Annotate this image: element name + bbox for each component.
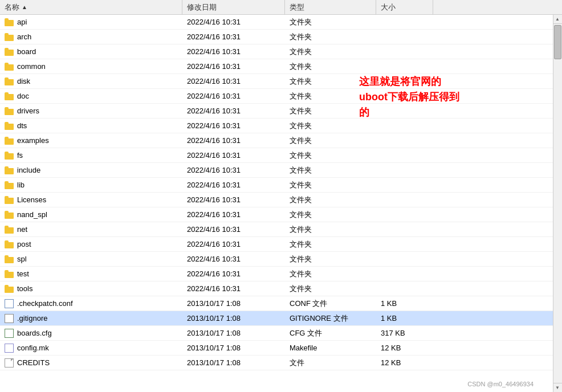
file-size-cell [376, 237, 433, 251]
table-row[interactable]: net2022/4/16 10:31文件夹 [0, 222, 562, 237]
file-size-cell [376, 15, 433, 29]
file-size-cell [376, 89, 433, 103]
table-row[interactable]: Licenses2022/4/16 10:31文件夹 [0, 193, 562, 207]
table-row[interactable]: board2022/4/16 10:31文件夹 [0, 44, 562, 59]
file-date-cell: 2022/4/16 10:31 [182, 193, 285, 207]
file-name-cell: .checkpatch.conf [0, 296, 182, 311]
header-type[interactable]: 类型 [285, 0, 376, 14]
table-row[interactable]: test2022/4/16 10:31文件夹 [0, 267, 562, 281]
table-row[interactable]: disk2022/4/16 10:31文件夹 [0, 74, 562, 89]
file-type-cell: 文件夹 [285, 193, 376, 207]
table-row[interactable]: doc2022/4/16 10:31文件夹 [0, 89, 562, 104]
file-type-cell: 文件夹 [285, 15, 376, 29]
file-date-cell: 2022/4/16 10:31 [182, 207, 285, 222]
table-row[interactable]: lib2022/4/16 10:31文件夹 [0, 178, 562, 193]
folder-icon [5, 63, 14, 71]
file-name-text: nand_spl [17, 210, 47, 219]
file-size-cell [376, 104, 433, 118]
file-size-cell: 1 KB [376, 311, 433, 325]
file-name-cell: nand_spl [0, 207, 182, 222]
file-size-cell: 317 KB [376, 326, 433, 340]
folder-icon [5, 122, 14, 130]
table-row[interactable]: include2022/4/16 10:31文件夹 [0, 163, 562, 178]
file-type-cell: 文件夹 [285, 30, 376, 44]
file-name-text: net [17, 225, 27, 234]
content-area[interactable]: api2022/4/16 10:31文件夹arch2022/4/16 10:31… [0, 15, 562, 392]
file-type-cell: 文件 [285, 356, 376, 370]
folder-icon [5, 166, 14, 174]
file-type-cell: 文件夹 [285, 59, 376, 74]
folder-icon [5, 18, 14, 26]
scrollbar-down-button[interactable]: ▼ [553, 383, 562, 392]
table-row[interactable]: common2022/4/16 10:31文件夹 [0, 59, 562, 74]
file-name-text: include [17, 166, 40, 174]
table-row[interactable]: .gitignore2013/10/17 1:08GITIGNORE 文件1 K… [0, 311, 562, 326]
file-type-cell: 文件夹 [285, 267, 376, 281]
file-name-cell: test [0, 267, 182, 281]
table-row[interactable]: spl2022/4/16 10:31文件夹 [0, 252, 562, 267]
table-row[interactable]: config.mk2013/10/17 1:08Makefile12 KB [0, 341, 562, 356]
file-name-cell: post [0, 237, 182, 251]
folder-icon [5, 33, 14, 41]
file-date-cell: 2022/4/16 10:31 [182, 15, 285, 29]
table-row[interactable]: arch2022/4/16 10:31文件夹 [0, 30, 562, 44]
table-row[interactable]: examples2022/4/16 10:31文件夹 [0, 133, 562, 148]
header-date[interactable]: 修改日期 [182, 0, 285, 14]
sort-arrow-up: ▲ [22, 4, 27, 10]
file-size-cell [376, 148, 433, 162]
table-row[interactable]: fs2022/4/16 10:31文件夹 [0, 148, 562, 163]
table-row[interactable]: .checkpatch.conf2013/10/17 1:08CONF 文件1 … [0, 296, 562, 311]
file-name-text: lib [17, 181, 25, 189]
file-size-cell [376, 163, 433, 177]
file-name-cell: .gitignore [0, 311, 182, 325]
table-row[interactable]: post2022/4/16 10:31文件夹 [0, 237, 562, 252]
file-name-cell: tools [0, 281, 182, 296]
file-size-cell [376, 178, 433, 192]
file-name-text: common [17, 62, 46, 71]
file-type-cell: 文件夹 [285, 178, 376, 192]
table-row[interactable]: dts2022/4/16 10:31文件夹 [0, 119, 562, 133]
table-row[interactable]: CREDITS2013/10/17 1:08文件12 KB [0, 356, 562, 370]
folder-icon [5, 92, 14, 100]
file-date-cell: 2022/4/16 10:31 [182, 178, 285, 192]
folder-icon [5, 107, 14, 115]
scrollbar-up-button[interactable]: ▲ [553, 15, 562, 24]
table-row[interactable]: drivers2022/4/16 10:31文件夹 [0, 104, 562, 119]
header-name[interactable]: 名称 ▲ [0, 0, 182, 14]
folder-icon [5, 255, 14, 263]
file-name-text: dts [17, 121, 27, 130]
file-name-text: spl [17, 255, 27, 263]
folder-icon [5, 196, 14, 204]
file-date-cell: 2022/4/16 10:31 [182, 59, 285, 74]
file-name-text: disk [17, 77, 30, 85]
folder-icon [5, 181, 14, 189]
file-date-cell: 2022/4/16 10:31 [182, 222, 285, 236]
file-date-cell: 2022/4/16 10:31 [182, 133, 285, 148]
file-size-cell [376, 133, 433, 148]
table-row[interactable]: tools2022/4/16 10:31文件夹 [0, 281, 562, 296]
file-type-cell: CFG 文件 [285, 326, 376, 340]
table-row[interactable]: nand_spl2022/4/16 10:31文件夹 [0, 207, 562, 222]
file-date-cell: 2022/4/16 10:31 [182, 252, 285, 266]
file-name-cell: net [0, 222, 182, 236]
file-type-cell: 文件夹 [285, 89, 376, 103]
scrollbar[interactable]: ▲ ▼ [553, 15, 562, 392]
file-type-cell: 文件夹 [285, 148, 376, 162]
table-row[interactable]: boards.cfg2013/10/17 1:08CFG 文件317 KB [0, 326, 562, 341]
file-type-cell: Makefile [285, 341, 376, 355]
file-name-text: board [17, 47, 36, 56]
file-date-cell: 2013/10/17 1:08 [182, 341, 285, 355]
file-name-cell: board [0, 44, 182, 59]
file-date-cell: 2022/4/16 10:31 [182, 281, 285, 296]
table-row[interactable]: api2022/4/16 10:31文件夹 [0, 15, 562, 30]
file-name-text: config.mk [17, 344, 49, 352]
file-date-cell: 2022/4/16 10:31 [182, 30, 285, 44]
scrollbar-thumb[interactable] [554, 25, 561, 59]
file-size-cell [376, 267, 433, 281]
file-name-cell: config.mk [0, 341, 182, 355]
header-size[interactable]: 大小 [376, 0, 433, 14]
folder-icon [5, 270, 14, 278]
file-size-cell [376, 252, 433, 266]
file-type-cell: CONF 文件 [285, 296, 376, 311]
file-date-cell: 2022/4/16 10:31 [182, 119, 285, 133]
